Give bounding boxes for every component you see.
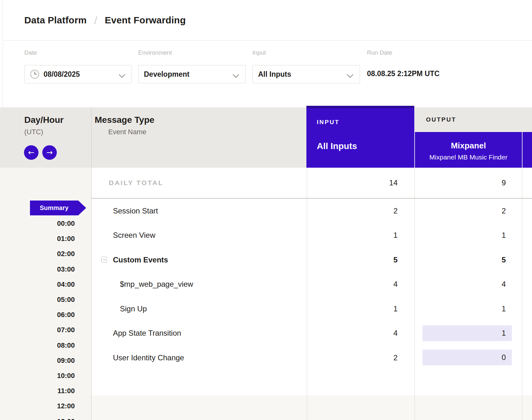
hour-row-label[interactable]: 08:00 — [0, 341, 75, 350]
input-count-cell: 4 — [393, 272, 398, 297]
output-count-cell: 1 — [502, 297, 506, 321]
input-select[interactable]: All Inputs — [252, 65, 360, 83]
next-day-button[interactable]: → — [42, 145, 57, 160]
input-count-cell: 5 — [393, 248, 398, 272]
hour-row-label[interactable]: 13:00 — [0, 417, 75, 420]
table-row: User Identity Change20 — [91, 345, 532, 370]
event-forwarding-page: { "breadcrumb": { "section": "Data Platf… — [0, 0, 532, 420]
chevron-down-icon — [119, 71, 125, 77]
hour-row-label[interactable]: 12:00 — [0, 402, 75, 410]
environment-filter: Environment Development — [138, 49, 246, 83]
output-count-value: 1 — [502, 329, 506, 338]
event-name-label: Session Start — [113, 199, 158, 223]
event-name-subheader: Event Name — [108, 128, 146, 136]
output-count-cell: 2 — [502, 199, 506, 223]
input-count-cell: 2 — [393, 199, 398, 223]
input-value: All Inputs — [258, 70, 291, 79]
output-column-header-next — [523, 132, 532, 168]
event-name-label: App State Transition — [113, 321, 181, 345]
message-type-rows: Session Start22Screen View11−Custom Even… — [91, 199, 532, 370]
summary-row-badge[interactable]: Summary — [30, 201, 86, 215]
output-count-cell: 1 — [502, 223, 506, 248]
daily-total-label: DAILY TOTAL — [109, 168, 163, 198]
output-column-header-mixpanel: Mixpanel Mixpanel MB Music Finder — [415, 132, 522, 168]
clock-icon — [30, 69, 39, 79]
hour-row-label[interactable]: 00:00 — [0, 219, 75, 228]
output-count-value: 0 — [502, 353, 506, 362]
date-value: 08/08/2025 — [44, 70, 80, 79]
input-count-cell: 4 — [393, 321, 398, 345]
table-row: Screen View11 — [91, 223, 532, 248]
event-name-label: Sign Up — [120, 297, 147, 321]
input-column-header: INPUT All Inputs — [306, 106, 414, 168]
previous-day-button[interactable]: ← — [24, 145, 38, 160]
hour-row-label[interactable]: 09:00 — [0, 357, 75, 365]
input-count-cell: 1 — [393, 223, 398, 248]
highlighted-output-cell[interactable]: 1 — [423, 325, 512, 341]
date-filter: Date 08/08/2025 — [24, 49, 132, 83]
hour-row-label[interactable]: 05:00 — [0, 296, 75, 304]
table-row: −Custom Events55 — [91, 248, 532, 272]
breadcrumb: Data Platform / Event Forwarding — [3, 0, 532, 41]
input-count-cell: 2 — [393, 345, 398, 370]
input-filter-label: Input — [252, 49, 360, 57]
table-row: Session Start22 — [91, 199, 532, 223]
daily-total-output-value: 9 — [502, 168, 506, 198]
event-name-label: Custom Events — [113, 248, 168, 272]
input-column-name: All Inputs — [317, 141, 414, 151]
chevron-down-icon — [347, 71, 353, 77]
output-column-subtitle: Mixpanel MB Music Finder — [415, 153, 522, 161]
daily-total-input-value: 14 — [389, 168, 398, 198]
table-row: Sign Up11 — [91, 297, 532, 321]
environment-value: Development — [144, 70, 189, 79]
date-filter-label: Date — [24, 49, 132, 57]
arrow-right-icon: → — [46, 149, 53, 156]
filter-bar: Date 08/08/2025 Environment Development … — [3, 41, 532, 107]
message-type-header: Message Type — [95, 115, 154, 125]
environment-select[interactable]: Development — [138, 65, 246, 83]
hour-row-label[interactable]: 07:00 — [0, 326, 75, 334]
table-footer-strip — [91, 395, 532, 420]
output-count-cell: 5 — [502, 248, 506, 272]
hour-row-label[interactable]: 03:00 — [0, 265, 75, 273]
day-hour-header: Day/Hour — [24, 115, 63, 125]
chevron-down-icon — [233, 71, 239, 77]
hour-row-label[interactable]: 10:00 — [0, 372, 75, 380]
output-count-cell: 4 — [502, 272, 506, 297]
date-select[interactable]: 08/08/2025 — [24, 65, 132, 83]
table-row: $mp_web_page_view44 — [91, 272, 532, 297]
arrow-left-icon: ← — [28, 149, 34, 156]
hour-row-label[interactable]: 04:00 — [0, 280, 75, 289]
page-title: Event Forwarding — [105, 15, 186, 26]
run-date-filter: Run Date 08.08.25 2:12PM UTC — [367, 49, 440, 78]
hour-row-label[interactable]: 02:00 — [0, 250, 75, 258]
day-hour-subheader: (UTC) — [24, 128, 43, 136]
hour-row-label[interactable]: 11:00 — [0, 387, 75, 395]
input-column-label: INPUT — [317, 119, 414, 126]
run-date-value: 08.08.25 2:12PM UTC — [367, 69, 440, 78]
input-filter: Input All Inputs — [252, 49, 360, 83]
event-name-label: $mp_web_page_view — [120, 272, 193, 297]
output-column-title: Mixpanel — [415, 132, 522, 151]
collapse-minus-icon[interactable]: − — [101, 257, 107, 262]
environment-filter-label: Environment — [138, 49, 246, 57]
hour-row-label[interactable]: 01:00 — [0, 235, 75, 243]
table-row: App State Transition41 — [91, 321, 532, 345]
breadcrumb-separator: / — [94, 14, 97, 27]
highlighted-output-cell[interactable]: 0 — [423, 350, 512, 365]
run-date-label: Run Date — [367, 49, 440, 57]
event-name-label: User Identity Change — [113, 345, 184, 370]
output-section-label: OUTPUT — [426, 116, 456, 123]
event-name-label: Screen View — [113, 223, 155, 248]
input-count-cell: 1 — [393, 297, 398, 321]
hour-row-label[interactable]: 06:00 — [0, 311, 75, 319]
daily-total-row: DAILY TOTAL 14 9 — [91, 168, 532, 199]
breadcrumb-section[interactable]: Data Platform — [24, 15, 87, 26]
